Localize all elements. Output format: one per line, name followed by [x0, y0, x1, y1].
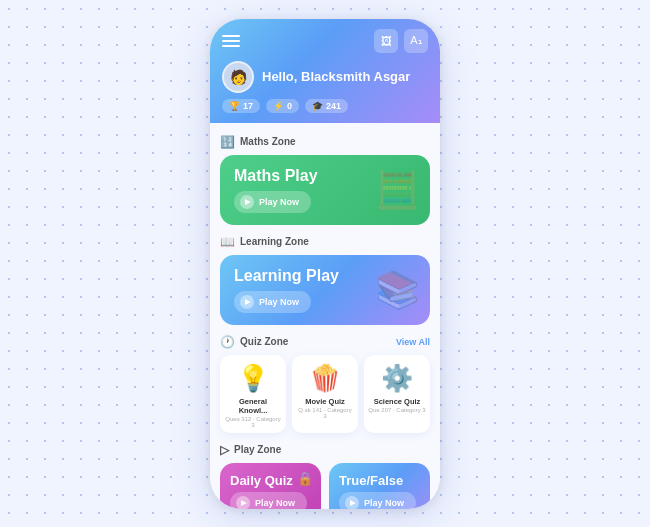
maths-zone-icon: 🔢 — [220, 135, 235, 149]
science-quiz-title: Science Quiz — [374, 397, 421, 406]
maths-card-bg-icon: 🧮 — [375, 169, 420, 211]
daily-quiz-card[interactable]: Daily Quiz ▶ Play Now 🔒 — [220, 463, 321, 509]
daily-quiz-play-label: Play Now — [255, 498, 295, 508]
maths-play-label: Play Now — [259, 197, 299, 207]
phone-frame: 🖼 A₁ 🧑 Hello, Blacksmith Asgar 🏆 17 ⚡ 0 … — [210, 19, 440, 509]
quiz-card-general[interactable]: 💡 General Knowl... Ques 312 · Category 3 — [220, 355, 286, 433]
learning-play-circle-icon: ▶ — [240, 295, 254, 309]
image-icon-btn[interactable]: 🖼 — [374, 29, 398, 53]
true-false-play-label: Play Now — [364, 498, 404, 508]
lightning-icon: ⚡ — [273, 101, 284, 111]
maths-play-circle-icon: ▶ — [240, 195, 254, 209]
general-quiz-sub: Ques 312 · Category 3 — [224, 416, 282, 428]
stat-graduation-value: 241 — [326, 101, 341, 111]
quiz-cards-row: 💡 General Knowl... Ques 312 · Category 3… — [220, 355, 430, 433]
play-zone-label: ▷ Play Zone — [220, 443, 430, 457]
movie-quiz-title: Movie Quiz — [305, 397, 345, 406]
true-false-play-button[interactable]: ▶ Play Now — [339, 492, 416, 509]
stat-trophy: 🏆 17 — [222, 99, 260, 113]
quiz-zone-text: Quiz Zone — [240, 336, 288, 347]
learning-play-label: Play Now — [259, 297, 299, 307]
image-icon: 🖼 — [381, 35, 392, 47]
header-top-row: 🖼 A₁ — [222, 29, 428, 53]
maths-play-button[interactable]: ▶ Play Now — [234, 191, 311, 213]
play-zone-cards: Daily Quiz ▶ Play Now 🔒 True/False ▶ Pla… — [220, 463, 430, 509]
true-false-card[interactable]: True/False ▶ Play Now — [329, 463, 430, 509]
science-quiz-sub: Que 207 · Category 3 — [368, 407, 425, 413]
translate-icon: A₁ — [410, 34, 421, 47]
stat-graduation: 🎓 241 — [305, 99, 348, 113]
maths-play-card[interactable]: Maths Play ▶ Play Now 🧮 — [220, 155, 430, 225]
quiz-card-science[interactable]: ⚙️ Science Quiz Que 207 · Category 3 — [364, 355, 430, 433]
learning-play-card[interactable]: Learning Play ▶ Play Now 📚 — [220, 255, 430, 325]
learning-zone-icon: 📖 — [220, 235, 235, 249]
learning-zone-text: Learning Zone — [240, 236, 309, 247]
daily-quiz-play-button[interactable]: ▶ Play Now — [230, 492, 307, 509]
lock-icon: 🔒 — [297, 471, 313, 486]
maths-zone-text: Maths Zone — [240, 136, 296, 147]
learning-play-button[interactable]: ▶ Play Now — [234, 291, 311, 313]
trophy-icon: 🏆 — [229, 101, 240, 111]
translate-icon-btn[interactable]: A₁ — [404, 29, 428, 53]
quiz-zone-header: 🕐 Quiz Zone View All — [220, 335, 430, 349]
true-false-title: True/False — [339, 473, 420, 488]
phone-header: 🖼 A₁ 🧑 Hello, Blacksmith Asgar 🏆 17 ⚡ 0 … — [210, 19, 440, 123]
stat-lightning: ⚡ 0 — [266, 99, 299, 113]
header-icons: 🖼 A₁ — [374, 29, 428, 53]
play-zone-text: Play Zone — [234, 444, 281, 455]
stat-trophy-value: 17 — [243, 101, 253, 111]
quiz-zone-icon: 🕐 — [220, 335, 235, 349]
maths-zone-label: 🔢 Maths Zone — [220, 135, 430, 149]
true-false-play-icon: ▶ — [345, 496, 359, 509]
avatar: 🧑 — [222, 61, 254, 93]
graduation-icon: 🎓 — [312, 101, 323, 111]
movie-quiz-emoji: 🍿 — [309, 363, 341, 394]
general-quiz-emoji: 💡 — [237, 363, 269, 394]
learning-zone-label: 📖 Learning Zone — [220, 235, 430, 249]
play-zone-icon: ▷ — [220, 443, 229, 457]
phone-body: 🔢 Maths Zone Maths Play ▶ Play Now 🧮 📖 L… — [210, 123, 440, 509]
movie-quiz-sub: Q.sk 141 · Category 3 — [296, 407, 354, 419]
greeting-text: Hello, Blacksmith Asgar — [262, 69, 410, 84]
daily-quiz-play-icon: ▶ — [236, 496, 250, 509]
learning-card-bg-icon: 📚 — [375, 269, 420, 311]
hamburger-menu[interactable] — [222, 35, 240, 47]
quiz-zone-label: 🕐 Quiz Zone — [220, 335, 288, 349]
general-quiz-title: General Knowl... — [224, 397, 282, 415]
user-row: 🧑 Hello, Blacksmith Asgar — [222, 61, 428, 93]
stats-row: 🏆 17 ⚡ 0 🎓 241 — [222, 99, 428, 113]
science-quiz-emoji: ⚙️ — [381, 363, 413, 394]
quiz-card-movie[interactable]: 🍿 Movie Quiz Q.sk 141 · Category 3 — [292, 355, 358, 433]
view-all-link[interactable]: View All — [396, 337, 430, 347]
stat-lightning-value: 0 — [287, 101, 292, 111]
